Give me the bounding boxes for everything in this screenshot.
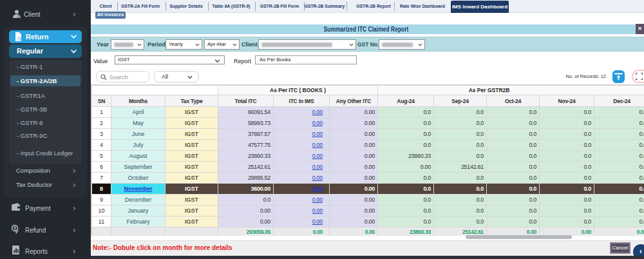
- svg-text:₹: ₹: [14, 226, 17, 231]
